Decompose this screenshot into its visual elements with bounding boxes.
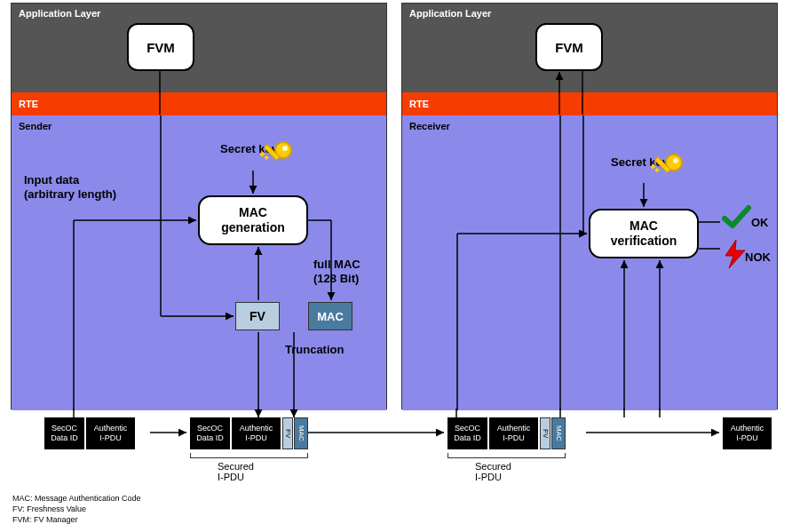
tiny-mac-r: MAC [551, 417, 566, 449]
input-data-label: Input data (arbitrary length) [24, 173, 116, 202]
mac-label: MAC [317, 310, 344, 323]
rte-label-r: RTE [409, 99, 429, 109]
fv-label: FV [249, 309, 265, 323]
app-layer-right: Application Layer FVM [402, 4, 777, 92]
bracket-l [190, 453, 308, 458]
receiver-main: Receiver Secret key K MAC verification O… [402, 115, 777, 410]
auth-blk-2: Authentic I-PDU [232, 417, 281, 449]
sender-main: Sender Input data (arbitrary length) Sec… [12, 115, 386, 410]
sender-panel: Application Layer FVM RTE Sender Input d… [11, 3, 387, 409]
svg-rect-3 [260, 151, 265, 156]
secoc-blk-1: SecOC Data ID [44, 417, 84, 449]
secured-lbl-l: Secured I-PDU [218, 461, 254, 482]
auth-lbl: Authentic I-PDU [94, 424, 128, 443]
auth-blk-1: Authentic I-PDU [86, 417, 135, 449]
secoc-lbl: SecOC Data ID [51, 424, 78, 443]
fvm-box-left: FVM [127, 23, 194, 71]
secoc-blk-3: SecOC Data ID [447, 417, 487, 449]
rte-right: RTE [402, 92, 777, 115]
secured-lbl-r: Secured I-PDU [475, 461, 511, 482]
receiver-panel: Application Layer FVM RTE Receiver Secre… [401, 3, 778, 409]
key-icon [260, 140, 294, 174]
svg-point-16 [673, 158, 678, 163]
tiny-fv-l: FV [282, 417, 293, 449]
legend-3: FVM: FV Manager [12, 514, 141, 525]
bolt-icon [722, 238, 748, 270]
truncation-label: Truncation [285, 343, 344, 357]
rte-label: RTE [19, 99, 38, 109]
sender-label: Sender [19, 121, 51, 131]
legend-2: FV: Freshness Value [12, 504, 141, 514]
svg-rect-18 [651, 163, 656, 169]
mac-gen-label: MAC generation [221, 205, 285, 236]
mac-ver-label: MAC verification [611, 218, 677, 250]
app-layer-label: Application Layer [19, 8, 100, 19]
auth-blk-3: Authentic I-PDU [489, 417, 538, 449]
auth-blk-out: Authentic I-PDU [723, 417, 772, 449]
tiny-mac-l: MAC [294, 417, 308, 449]
nok-label: NOK [745, 250, 771, 265]
app-layer-left: Application Layer FVM [12, 4, 386, 92]
legend-1: MAC: Message Authentication Code [12, 493, 141, 504]
bracket-r [447, 453, 566, 458]
key-icon-r [651, 153, 685, 187]
tiny-fv-r: FV [540, 417, 550, 449]
fvm-box-right: FVM [535, 23, 603, 71]
fv-box: FV [235, 302, 280, 330]
ok-label: OK [751, 216, 769, 230]
full-mac-label: full MAC (128 Bit) [313, 258, 360, 287]
secoc-blk-2: SecOC Data ID [190, 417, 230, 449]
check-icon [722, 204, 752, 231]
mac-box: MAC [308, 302, 352, 330]
svg-rect-19 [654, 168, 660, 173]
app-layer-label-r: Application Layer [409, 8, 491, 19]
svg-rect-4 [264, 155, 269, 161]
legend: MAC: Message Authentication Code FV: Fre… [12, 493, 141, 525]
svg-point-1 [282, 146, 288, 151]
rte-left: RTE [12, 92, 386, 115]
mac-verification-box: MAC verification [589, 209, 699, 258]
receiver-label: Receiver [409, 121, 450, 131]
fvm-label-r: FVM [555, 40, 583, 55]
mac-generation-box: MAC generation [198, 195, 308, 245]
fvm-label: FVM [147, 40, 175, 55]
